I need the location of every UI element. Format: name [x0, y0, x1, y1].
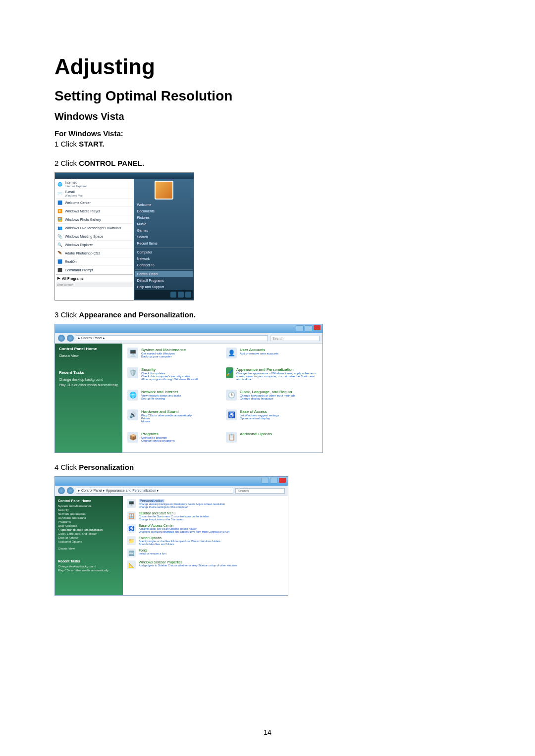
subsection-heading: Windows Vista: [54, 111, 481, 122]
app-icon: ▶️: [57, 208, 63, 214]
category-icon: ♿: [127, 524, 136, 533]
step-4: 4 Click Personalization: [54, 463, 481, 471]
minimize-icon: [296, 325, 304, 331]
start-menu-right-item: Computer: [135, 249, 193, 255]
category-item: 🖥️PersonalizationChange desktop backgrou…: [127, 499, 284, 508]
start-menu-right-item: Games: [135, 227, 193, 234]
category-icon: 🔤: [127, 549, 136, 557]
start-menu-item: 🔍Windows Explorer: [56, 241, 133, 249]
breadcrumb: ▸ Control Panel ▸ Appearance and Persona…: [76, 488, 233, 494]
start-menu-right-item: Pictures: [135, 214, 193, 221]
window-titlebar: [55, 324, 322, 333]
page-number: 14: [0, 728, 535, 736]
category-item: 🔊Hardware and SoundPlay CDs or other med…: [127, 409, 219, 429]
start-menu-right-item: Search: [135, 234, 193, 240]
start-menu-item: 👥Windows Live Messenger Download: [56, 224, 133, 232]
category-icon: 🔊: [127, 409, 138, 420]
user-avatar: [155, 181, 173, 200]
category-icon: 👤: [226, 348, 237, 358]
start-menu-right-item: Control Panel: [135, 271, 193, 277]
category-icon: 🕒: [226, 390, 237, 401]
category-item: ♿Ease of AccessLet Windows suggest setti…: [226, 409, 318, 429]
start-menu-right-item: Network: [135, 255, 193, 262]
start-search: Start Search: [56, 282, 133, 287]
sidebar-item: Hardware and Sound: [58, 516, 120, 520]
sidebar-item: Change desktop background: [59, 377, 118, 382]
forward-icon: [67, 335, 74, 342]
start-menu-right-item: Welcome: [135, 202, 193, 208]
start-menu-item: 🟦RealOn: [56, 257, 133, 266]
screenshot-appearance-personalization: ▸ Control Panel ▸ Appearance and Persona…: [54, 476, 288, 596]
control-panel-sidebar: Control Panel Home Classic View Recent T…: [55, 344, 122, 453]
step-1: 1 Click START.: [54, 140, 481, 148]
start-menu-item: 📎Windows Meeting Space: [56, 232, 133, 241]
app-icon: 📎: [57, 233, 63, 239]
forward-icon: [67, 487, 74, 494]
category-icon: 🪟: [127, 511, 136, 520]
category-item: 🌐Network and InternetView network status…: [127, 390, 219, 406]
sidebar-item: Ease of Access: [58, 536, 120, 540]
app-icon: 🟦: [57, 200, 63, 205]
sidebar-item: Play CDs or other media automatically: [59, 382, 118, 388]
start-menu-item: ▶️Windows Media Player: [56, 207, 133, 215]
sidebar-item: System and Maintenance: [58, 504, 120, 508]
start-menu-right: WelcomeDocumentsPicturesMusicGamesSearch…: [134, 179, 194, 300]
category-item: 📋Additional Options: [226, 432, 318, 449]
screenshot-start-menu: 🌐InternetInternet Explorer✉️E-mailWindow…: [54, 172, 194, 301]
category-icon: 📁: [127, 536, 136, 545]
app-icon: 🌐: [57, 181, 63, 187]
app-icon: 🖼️: [57, 216, 63, 222]
intro-label: For Windows Vista:: [54, 129, 481, 138]
category-item: 👤User AccountsAdd or remove user account…: [226, 348, 318, 364]
app-icon: 🔍: [57, 242, 63, 248]
app-icon: 🪶: [57, 250, 63, 256]
category-icon: 📦: [127, 432, 138, 443]
category-item: 🛡️SecurityCheck for updatesCheck this co…: [127, 367, 219, 387]
sidebar-item: Play CDs or other media automatically: [58, 568, 120, 572]
category-icon: ♿: [226, 409, 237, 420]
category-icon: 🌐: [127, 390, 138, 401]
search-box: Search: [235, 488, 285, 494]
start-menu-right-item: Default Programs: [135, 277, 193, 284]
start-menu-right-item: Music: [135, 221, 193, 227]
sidebar-item: User Accounts: [58, 524, 120, 528]
category-item: 🖌️Appearance and PersonalizationChange t…: [226, 367, 318, 387]
category-icon: 📋: [226, 432, 237, 443]
sidebar-item: Programs: [58, 520, 120, 524]
category-item: 🔤FontsInstall or remove a font: [127, 549, 284, 557]
page-title: Adjusting: [54, 54, 481, 79]
start-menu-right-item: Documents: [135, 208, 193, 214]
step-3: 3 Click Appearance and Personalization.: [54, 310, 481, 319]
category-item: 📐Windows Sidebar PropertiesAdd gadgets t…: [127, 560, 284, 569]
sidebar-item: Change desktop background: [58, 564, 120, 568]
control-panel-categories: 🖥️System and MaintenanceGet started with…: [122, 344, 322, 453]
power-icon: [170, 292, 176, 298]
category-icon: 🛡️: [127, 367, 138, 378]
category-icon: 🖌️: [226, 367, 233, 378]
category-item: 🕒Clock, Language, and RegionChange keybo…: [226, 390, 318, 406]
screenshot-control-panel: ▸ Control Panel ▸ Search Control Panel H…: [54, 324, 323, 453]
power-buttons: [135, 290, 193, 299]
close-icon: [314, 325, 321, 330]
start-menu-item: ⬛Command Prompt: [56, 266, 133, 274]
minimize-icon: [261, 478, 269, 484]
category-item: 🪟Taskbar and Start MenuCustomize the Sta…: [127, 511, 284, 521]
sidebar-item: Clock, Language, and Region: [58, 532, 120, 536]
category-icon: 🖥️: [127, 348, 138, 358]
start-menu-item: ✉️E-mailWindows Mail: [56, 189, 133, 199]
all-programs: ▶ All Programs: [56, 274, 133, 282]
start-menu-right-item: Recent Items: [135, 240, 193, 247]
window-titlebar: [55, 477, 288, 486]
start-menu-programs: 🌐InternetInternet Explorer✉️E-mailWindow…: [56, 180, 133, 274]
app-icon: ✉️: [57, 191, 63, 197]
arrow-icon: ▶: [57, 276, 60, 280]
close-icon: [279, 478, 286, 483]
app-icon: 🟦: [57, 258, 63, 264]
back-icon: [58, 487, 65, 494]
section-heading: Setting Optimal Resolution: [54, 88, 481, 104]
start-menu-item: 🖼️Windows Photo Gallery: [56, 215, 133, 224]
category-item: 📦ProgramsUninstall a programChange start…: [127, 432, 219, 449]
maximize-icon: [305, 325, 313, 331]
sidebar-item: Additional Options: [58, 540, 120, 544]
document-page: Adjusting Setting Optimal Resolution Win…: [0, 0, 535, 756]
